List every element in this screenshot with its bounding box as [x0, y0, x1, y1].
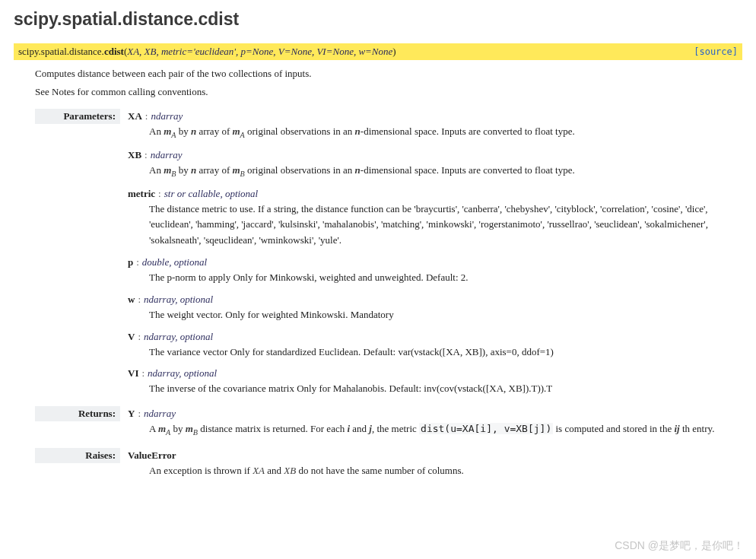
param-p-desc: The p-norm to apply Only for Minkowski, …: [149, 270, 742, 286]
XB-ref: XB: [284, 465, 296, 476]
return-Y-name: Y: [128, 408, 135, 419]
param-colon: :: [135, 294, 144, 305]
text: and: [265, 465, 284, 476]
param-colon: :: [155, 188, 164, 199]
math-mB: mB: [164, 164, 176, 176]
raises-label: Raises:: [35, 448, 120, 463]
error-name: ValueError: [128, 449, 176, 461]
raise-desc: An exception is thrown if XA and XB do n…: [149, 463, 742, 479]
math-n2: n: [355, 125, 361, 137]
param-VI-name: VI: [128, 367, 138, 379]
parameters-row: Parameters: XA:ndarray An mA by n array …: [35, 109, 742, 406]
param-XB-name: XB: [128, 149, 141, 160]
raise-valueerror: ValueError An exception is thrown if XA …: [128, 449, 742, 479]
intro-text: Computes distance between each pair of t…: [35, 68, 742, 80]
returns-label: Returns:: [35, 406, 120, 421]
args-close: ): [392, 46, 395, 57]
text: by: [176, 125, 191, 137]
text: , the metric: [372, 423, 419, 434]
param-V-desc: The variance vector Only for standardize…: [149, 345, 742, 360]
text: th entry.: [680, 423, 715, 434]
param-VI-desc: The inverse of the covariance matrix Onl…: [149, 381, 742, 397]
raises-body: ValueError An exception is thrown if XA …: [128, 448, 742, 488]
math-mB2: mB: [232, 164, 244, 176]
param-VI-type: ndarray, optional: [148, 367, 217, 379]
XA-ref: XA: [253, 465, 265, 476]
math-mB: mB: [186, 423, 198, 434]
param-colon: :: [135, 408, 144, 419]
text: by: [170, 423, 186, 434]
param-w-desc: The weight vector. Only for weighted Min…: [149, 307, 742, 323]
signature-bar: scipy.spatial.distance.cdist(XA, XB, met…: [14, 43, 742, 60]
param-XA: XA:ndarray An mA by n array of mA origin…: [128, 110, 742, 141]
text: is computed and stored in the: [553, 423, 674, 434]
page-title: scipy.spatial.distance.cdist: [14, 9, 742, 30]
param-metric-desc: The distance metric to use. If a string,…: [149, 202, 742, 249]
math-mA: mA: [164, 125, 176, 137]
text: -dimensional space. Inputs are converted…: [361, 164, 575, 176]
signature-args: XA, XB, metric='euclidean', p=None, V=No…: [127, 46, 392, 57]
param-colon: :: [138, 367, 148, 379]
field-table: Parameters: XA:ndarray An mA by n array …: [35, 109, 742, 488]
source-link[interactable]: [source]: [694, 46, 738, 57]
param-metric-name: metric: [128, 188, 155, 199]
text: by: [176, 164, 191, 176]
signature-text: scipy.spatial.distance.cdist(XA, XB, met…: [18, 46, 396, 58]
param-V: V:ndarray, optional The variance vector …: [128, 331, 742, 360]
param-XA-desc: An mA by n array of mA original observat…: [149, 124, 742, 141]
math-ij: ij: [674, 423, 679, 434]
param-colon: :: [141, 149, 151, 160]
param-XB: XB:ndarray An mB by n array of mB origin…: [128, 149, 742, 180]
param-w-type: ndarray, optional: [144, 294, 213, 305]
math-mA2: mA: [232, 125, 244, 137]
text: array of: [196, 164, 232, 176]
return-Y-type: ndarray: [144, 408, 176, 419]
param-V-type: ndarray, optional: [144, 331, 213, 342]
code-dist: dist(u=XA[i], v=XB[j]): [419, 423, 553, 434]
module-path: scipy.spatial.distance.: [18, 46, 104, 57]
return-Y: Y:ndarray A mA by mB distance matrix is …: [128, 408, 742, 439]
text: -dimensional space. Inputs are converted…: [361, 125, 575, 137]
param-colon: :: [135, 331, 144, 342]
param-p-type: double, optional: [142, 256, 207, 268]
text: An: [149, 164, 164, 176]
text: An exception is thrown if: [149, 465, 253, 476]
param-p: p:double, optional The p-norm to apply O…: [128, 256, 742, 286]
text: A: [149, 423, 158, 434]
param-metric-type: str or callable, optional: [164, 188, 259, 199]
param-XB-desc: An mB by n array of mB original observat…: [149, 163, 742, 180]
text: and: [350, 423, 369, 434]
raises-row: Raises: ValueError An exception is throw…: [35, 448, 742, 488]
text: array of: [196, 125, 232, 137]
text: original observations in an: [245, 125, 355, 137]
param-w-name: w: [128, 294, 135, 305]
math-n2: n: [355, 164, 361, 176]
math-mA: mA: [158, 423, 170, 434]
returns-body: Y:ndarray A mA by mB distance matrix is …: [128, 406, 742, 448]
param-w: w:ndarray, optional The weight vector. O…: [128, 294, 742, 323]
text: distance matrix is returned. For each: [198, 423, 347, 434]
returns-row: Returns: Y:ndarray A mA by mB distance m…: [35, 406, 742, 448]
param-XB-type: ndarray: [151, 149, 183, 160]
return-Y-desc: A mA by mB distance matrix is returned. …: [149, 421, 742, 439]
parameters-body: XA:ndarray An mA by n array of mA origin…: [128, 109, 742, 406]
param-VI: VI:ndarray, optional The inverse of the …: [128, 367, 742, 397]
param-metric: metric:str or callable, optional The dis…: [128, 188, 742, 249]
param-XA-name: XA: [128, 110, 142, 122]
param-colon: :: [133, 256, 142, 268]
param-XA-type: ndarray: [151, 110, 183, 122]
text: do not have the same number of columns.: [296, 465, 464, 476]
param-V-name: V: [128, 331, 135, 342]
text: An: [149, 125, 164, 137]
parameters-label: Parameters:: [35, 109, 120, 124]
notes-text: See Notes for common calling conventions…: [35, 86, 742, 98]
text: original observations in an: [245, 164, 355, 176]
param-colon: :: [142, 110, 151, 122]
func-name: cdist: [104, 46, 124, 57]
